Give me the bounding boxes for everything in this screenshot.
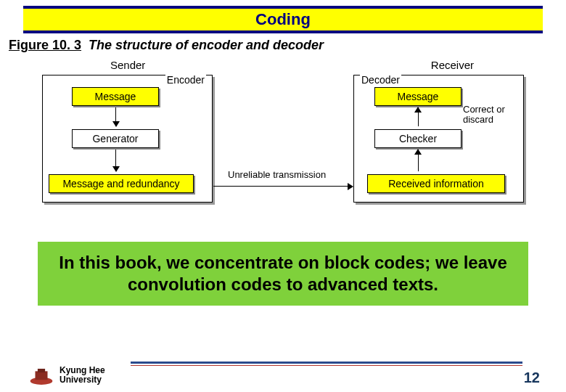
university-line1: Kyung Hee [60,365,105,375]
arrow-icon [115,150,116,171]
footer-divider [131,362,522,366]
correct-discard-label: Correct or discard [463,105,521,126]
slide-title-bar: Coding [23,6,543,33]
encoder-output: Message and redundancy [49,174,194,193]
transmission-label: Unreliable transmission [228,169,326,180]
slide-footer: Kyung Hee University 12 [0,357,566,386]
arrow-icon [115,107,116,126]
decoder-box: Decoder Message Correct or discard Check… [353,75,524,203]
arrow-icon [418,107,419,126]
svg-rect-2 [38,369,45,372]
decoder-title: Decoder [360,74,401,86]
receiver-label: Receiver [431,59,474,71]
university-name: Kyung Hee University [60,366,105,385]
sender-label: Sender [110,59,145,71]
generator-box: Generator [72,129,159,148]
encoder-box: Encoder Message Generator Message and re… [42,75,213,203]
decoder-input: Received information [367,174,505,193]
arrow-icon [418,150,419,171]
note-box: In this book, we concentrate on block co… [38,242,528,306]
decoder-message: Message [374,87,462,106]
encoder-decoder-diagram: Sender Receiver Encoder Message Generato… [23,59,543,226]
svg-rect-1 [36,371,48,380]
encoder-title: Encoder [165,74,206,86]
transmission-arrow [213,186,353,187]
figure-text: The structure of encoder and decoder [89,38,324,52]
page-number: 12 [524,369,540,386]
university-logo-icon [29,367,54,386]
figure-number: Figure 10. 3 [9,38,81,52]
slide-title: Coding [23,9,543,30]
figure-caption: Figure 10. 3 The structure of encoder an… [9,38,543,53]
checker-box: Checker [374,129,462,148]
encoder-message: Message [72,87,159,106]
university-line2: University [60,375,102,385]
